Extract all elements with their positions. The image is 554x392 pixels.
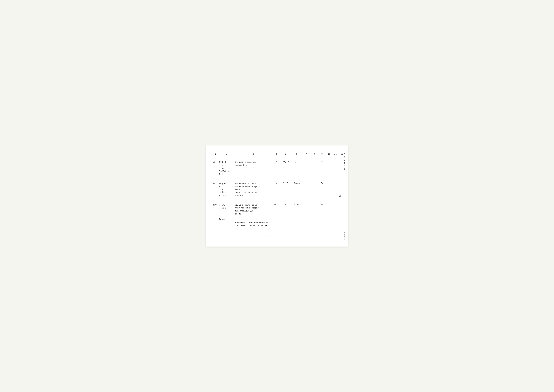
page-number: 44 [339, 195, 341, 197]
table-header: I 2 3 4 5 6 7 8 9 IO II I2 [212, 152, 339, 156]
marks-label: Марки [219, 218, 234, 221]
row-unit-99: кг [272, 182, 280, 185]
row-col7-98 [302, 161, 310, 161]
row-unit-100: шт. [272, 203, 280, 206]
row-col10-98 [326, 161, 332, 161]
col-header-1: I [212, 153, 219, 155]
row-col5-98: 25,20 [280, 161, 291, 163]
row-desc-99: Закладные детали с лакокрасочным покры- … [234, 182, 272, 197]
col-header-11: II [332, 153, 339, 155]
row-desc-98: Стоимость арматуры класса В-I [234, 161, 272, 167]
row-mark2-100: 2 ПГ–2АIУ Т–I20 МВ–I2–200 ПА [212, 224, 339, 228]
row-number-100: IOO [212, 203, 219, 206]
row-col5-99: 72,0 [280, 182, 291, 185]
mark-line-1: 2 ПВ4–2АIУ Т–I20 МВ–I2–200 ПА [234, 221, 339, 224]
row-col11-100 [332, 203, 339, 204]
row-col8-99 [310, 182, 318, 182]
row-number-99: 99 [212, 182, 219, 185]
doc-code-bottom: 2НО8-09 [344, 232, 345, 240]
row-marks-100: Марки [212, 218, 339, 221]
document-page: 807-II-18.85 (У) 2НО8-09 I 2 3 4 5 6 7 8… [206, 146, 348, 246]
row-col9-98: 8 [318, 161, 326, 163]
row-col7-100 [302, 203, 310, 204]
row-col10-99 [326, 182, 332, 182]
row-col6-100: 5,70 [291, 203, 302, 206]
bottom-dots: . . . . . [212, 234, 339, 237]
col-header-9: 9 [318, 153, 326, 155]
row-code-99: ССЦ МО ч.I т.ч. табл.3-I п.I3,I9 [219, 182, 234, 197]
row-col5-100: 6 [280, 203, 291, 206]
col-header-10: IO [326, 153, 332, 155]
col-header-6: 6 [291, 153, 302, 155]
col-header-4: 4 [272, 153, 280, 155]
col-header-2: 2 [219, 153, 234, 155]
row-col7-99 [302, 182, 310, 182]
row-mark1-100: 2 ПВ4–2АIУ Т–I20 МВ–I2–200 ПА [212, 221, 339, 224]
doc-code-top: 807-II-18.85 (У) [344, 152, 345, 170]
row-code-100: 7-I77 7-II-I [219, 203, 234, 210]
table-row: 98 ССЦ МО ч.I т.ч. табл.3-I п.6 Стоимост… [212, 159, 339, 177]
row-col9-100: 34 [318, 203, 326, 206]
table-row: 99 ССЦ МО ч.I т.ч. табл.3-I п.I3,I9 Закл… [212, 181, 339, 199]
side-margin-text: 807-II-18.85 (У) 2НО8-09 [342, 152, 347, 240]
col-header-8: 8 [310, 153, 318, 155]
row-col9-99: 34 [318, 182, 326, 185]
row-col8-98 [310, 161, 318, 161]
col-header-7: 7 [302, 153, 310, 155]
row-desc-100: Укладка комплексных плит покрытия ребрис… [234, 203, 272, 216]
col-header-5: 5 [280, 153, 291, 155]
row-col6-99: 0,469 [291, 182, 302, 185]
row-unit-98: кг [272, 161, 280, 163]
row-col11-99 [332, 182, 339, 182]
mark-line-2: 2 ПГ–2АIУ Т–I20 МВ–I2–200 ПА [234, 224, 339, 228]
row-number-98: 98 [212, 161, 219, 163]
row-col6-98: 0,32I [291, 161, 302, 163]
col-header-3: 3 [234, 153, 272, 155]
row-col8-100 [310, 203, 318, 204]
row-col10-100 [326, 203, 332, 204]
main-table: I 2 3 4 5 6 7 8 9 IO II I2 98 ССЦ МО ч.I… [212, 152, 339, 228]
row-col11-98 [332, 161, 339, 161]
table-row: IOO 7-I77 7-II-I Укладка комплексных пли… [212, 202, 339, 228]
row-code-98: ССЦ МО ч.I т.ч. табл.3-I п.6 [219, 161, 234, 176]
